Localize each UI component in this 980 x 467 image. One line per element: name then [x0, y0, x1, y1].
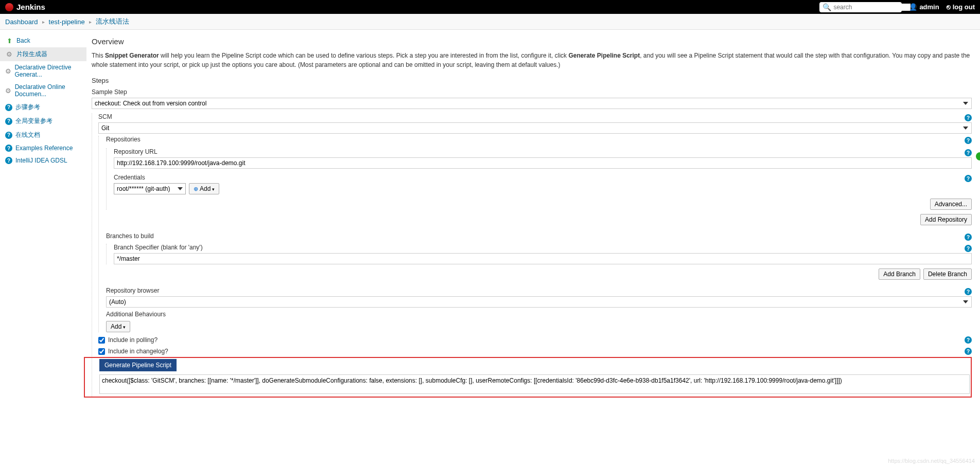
breadcrumb-sep: ▸ — [89, 19, 92, 25]
include-changelog-checkbox[interactable] — [98, 348, 105, 355]
logout-label: log out — [953, 3, 975, 11]
header-left: Jenkins — [5, 3, 45, 11]
repositories-label: Repositories — [106, 136, 961, 143]
breadcrumb-item[interactable]: Dashboard — [5, 18, 38, 26]
gear-icon: ⚙ — [5, 50, 13, 59]
breadcrumb: Dashboard ▸ test-pipeline ▸ 流水线语法 — [0, 14, 980, 30]
sample-step-label: Sample Step — [92, 88, 972, 96]
help-icon[interactable]: ? — [965, 114, 972, 121]
help-icon[interactable]: ? — [965, 348, 972, 355]
main-content: Overview This Snippet Generator will hel… — [86, 30, 980, 413]
sidebar-item-back[interactable]: ⬆ Back — [0, 34, 86, 47]
help-icon[interactable]: ? — [965, 149, 972, 156]
steps-title: Steps — [92, 77, 972, 84]
add-behaviour-button[interactable]: Add — [106, 321, 130, 332]
add-branch-button[interactable]: Add Branch — [879, 268, 920, 280]
add-credentials-button[interactable]: Add — [189, 183, 219, 194]
branch-spec-label: Branch Specifier (blank for 'any') — [114, 244, 961, 251]
sidebar-item-label: IntelliJ IDEA GDSL — [15, 157, 67, 164]
search-input[interactable] — [833, 4, 911, 11]
result-textarea[interactable] — [99, 374, 970, 394]
sample-step-select[interactable]: checkout: Check out from version control — [92, 98, 972, 109]
repo-browser-select[interactable]: (Auto) — [106, 296, 972, 308]
help-icon[interactable]: ? — [965, 288, 972, 295]
user-link[interactable]: 👤 admin — [909, 3, 939, 11]
top-header: Jenkins 🔍 ⓘ 👤 admin ⎋ log out — [0, 0, 980, 14]
user-label: admin — [919, 3, 939, 11]
add-repository-button[interactable]: Add Repository — [920, 214, 972, 225]
sidebar-item-intellij[interactable]: ? IntelliJ IDEA GDSL — [0, 154, 86, 167]
help-icon[interactable]: ? — [965, 336, 972, 344]
header-right: 🔍 ⓘ 👤 admin ⎋ log out — [819, 2, 975, 12]
breadcrumb-sep: ▸ — [42, 19, 45, 25]
sidebar-item-label: Declarative Online Documen... — [15, 83, 81, 98]
help-icon[interactable]: ? — [965, 233, 972, 241]
sidebar-item-snippet-generator[interactable]: ⚙ 片段生成器 — [0, 47, 86, 61]
sidebar-item-declarative-directive[interactable]: ⚙ Declarative Directive Generat... — [0, 61, 86, 81]
help-icon[interactable]: ? — [965, 137, 972, 144]
sidebar-item-declarative-online[interactable]: ⚙ Declarative Online Documen... — [0, 81, 86, 100]
help-icon[interactable]: ? — [965, 175, 972, 182]
gear-icon: ⚙ — [5, 67, 11, 75]
jenkins-logo-icon — [5, 3, 13, 11]
back-icon: ⬆ — [5, 37, 13, 45]
sidebar-item-label: 步骤参考 — [15, 103, 40, 112]
branches-label: Branches to build — [106, 232, 961, 240]
sidebar-item-global-variable[interactable]: ? 全局变量参考 — [0, 114, 86, 128]
generate-pipeline-script-button[interactable]: Generate Pipeline Script — [99, 359, 177, 371]
gear-icon: ⚙ — [5, 86, 12, 95]
repo-url-label: Repository URL — [114, 148, 961, 155]
help-icon: ? — [5, 157, 12, 164]
scm-label: SCM — [98, 113, 961, 120]
include-polling-label: Include in polling? — [108, 336, 157, 344]
overview-title: Overview — [92, 37, 972, 46]
help-icon: ? — [5, 145, 12, 152]
advanced-button[interactable]: Advanced... — [930, 199, 972, 210]
logout-link[interactable]: ⎋ log out — [947, 3, 975, 11]
sidebar-item-label: Back — [16, 37, 30, 44]
sidebar-item-label: Examples Reference — [15, 145, 73, 152]
sidebar-item-label: 片段生成器 — [16, 50, 47, 59]
help-icon: ? — [5, 118, 12, 125]
sidebar-item-label: 在线文档 — [15, 131, 40, 139]
sidebar: ⬆ Back ⚙ 片段生成器 ⚙ Declarative Directive G… — [0, 30, 86, 413]
credentials-select[interactable]: root/****** (git-auth) — [114, 183, 186, 194]
help-icon: ? — [5, 132, 12, 139]
scm-select[interactable]: Git — [98, 122, 972, 134]
breadcrumb-item[interactable]: 流水线语法 — [96, 17, 129, 26]
sidebar-item-label: 全局变量参考 — [15, 117, 52, 125]
sidebar-item-online-docs[interactable]: ? 在线文档 — [0, 128, 86, 142]
search-icon: 🔍 — [822, 3, 831, 11]
help-icon[interactable]: ? — [965, 245, 972, 252]
sidebar-item-label: Declarative Directive Generat... — [14, 64, 81, 78]
delete-branch-button[interactable]: Delete Branch — [923, 268, 972, 280]
brand-name[interactable]: Jenkins — [16, 3, 45, 11]
sidebar-item-examples[interactable]: ? Examples Reference — [0, 142, 86, 154]
repo-url-input[interactable] — [114, 157, 972, 169]
credentials-label: Credentials — [114, 174, 961, 181]
search-box[interactable]: 🔍 ⓘ — [819, 2, 902, 12]
breadcrumb-item[interactable]: test-pipeline — [49, 18, 85, 26]
branch-spec-input[interactable] — [114, 253, 972, 264]
repo-browser-label: Repository browser — [106, 287, 961, 294]
additional-behaviours-label: Additional Behaviours — [106, 311, 972, 318]
help-icon: ? — [5, 104, 12, 111]
overview-description: This Snippet Generator will help you lea… — [92, 51, 972, 69]
sidebar-item-step-reference[interactable]: ? 步骤参考 — [0, 100, 86, 114]
include-changelog-label: Include in changelog? — [108, 348, 168, 355]
user-icon: 👤 — [909, 3, 917, 11]
result-highlight-box: Generate Pipeline Script — [84, 357, 972, 398]
logout-icon: ⎋ — [947, 3, 951, 11]
include-polling-checkbox[interactable] — [98, 337, 105, 344]
